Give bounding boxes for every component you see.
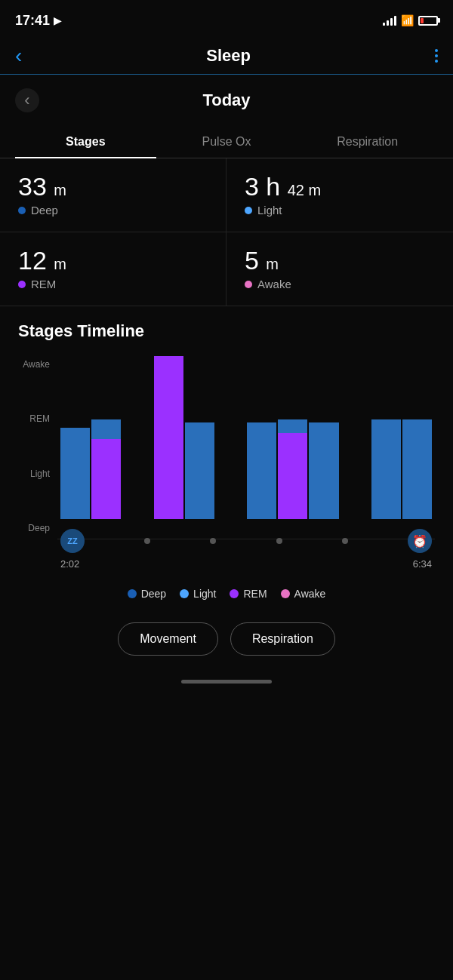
home-bar bbox=[181, 680, 272, 684]
bar-4 bbox=[154, 353, 183, 519]
x-tick-3 bbox=[276, 538, 282, 544]
tab-respiration[interactable]: Respiration bbox=[297, 126, 438, 158]
legend-awake-label: Awake bbox=[294, 588, 326, 600]
location-icon: ▶ bbox=[54, 15, 61, 26]
movement-button[interactable]: Movement bbox=[118, 622, 218, 656]
chart-bars bbox=[57, 353, 435, 519]
bar-purple-8 bbox=[278, 433, 307, 519]
battery-icon bbox=[418, 16, 438, 26]
current-date-label: Today bbox=[54, 91, 399, 110]
stat-deep-value: 33 m bbox=[18, 174, 208, 199]
deep-dot-icon bbox=[18, 207, 26, 214]
dot-menu-icon bbox=[435, 54, 438, 57]
stat-rem-label: REM bbox=[18, 278, 208, 290]
awake-dot-icon bbox=[245, 281, 252, 288]
bar-6 bbox=[216, 353, 245, 519]
legend-rem-label: REM bbox=[243, 588, 267, 600]
legend-rem-dot bbox=[230, 589, 239, 598]
bar-blue-7 bbox=[247, 422, 276, 519]
page-title: Sleep bbox=[206, 46, 251, 66]
stat-light: 3 h 42 m Light bbox=[226, 158, 453, 232]
legend-light-dot bbox=[180, 589, 189, 598]
bar-10 bbox=[341, 353, 370, 519]
legend-awake: Awake bbox=[281, 588, 326, 600]
chart-legend: Deep Light REM Awake bbox=[0, 577, 453, 610]
stat-deep: 33 m Deep bbox=[0, 158, 226, 232]
stat-awake-value: 5 m bbox=[245, 247, 435, 273]
home-indicator bbox=[0, 674, 453, 696]
legend-deep-dot bbox=[128, 589, 137, 598]
x-time-start: 2:02 bbox=[60, 558, 79, 570]
bar-purple-4 bbox=[154, 356, 183, 519]
x-time-end: 6:34 bbox=[413, 558, 432, 570]
x-tick-4 bbox=[342, 538, 348, 544]
bar-3 bbox=[122, 353, 152, 519]
bar-12 bbox=[402, 353, 432, 519]
bar-blue-5 bbox=[185, 422, 214, 519]
status-time: 17:41 ▶ bbox=[15, 13, 61, 29]
rem-dot-icon bbox=[18, 281, 26, 288]
legend-awake-dot bbox=[281, 589, 290, 598]
bar-5 bbox=[185, 353, 214, 519]
bar-blue-12 bbox=[402, 419, 432, 519]
wifi-icon: 📶 bbox=[401, 14, 414, 26]
stat-awake: 5 m Awake bbox=[226, 232, 453, 306]
legend-deep: Deep bbox=[128, 588, 166, 600]
y-label-awake: Awake bbox=[18, 359, 56, 370]
timeline-section: Stages Timeline Awake REM Light Deep bbox=[0, 306, 453, 577]
tab-stages[interactable]: Stages bbox=[15, 126, 156, 158]
chart-x-axis: ZZ ⏰ bbox=[57, 519, 435, 557]
stat-rem: 12 m REM bbox=[0, 232, 226, 306]
bar-blue-11 bbox=[371, 419, 401, 519]
status-bar: 17:41 ▶ 📶 bbox=[0, 0, 453, 38]
dot-menu-icon bbox=[435, 49, 438, 52]
y-label-light: Light bbox=[18, 468, 56, 479]
y-label-rem: REM bbox=[18, 413, 56, 424]
respiration-button[interactable]: Respiration bbox=[230, 622, 335, 656]
sleep-end-icon: ⏰ bbox=[408, 529, 432, 553]
x-tick-2 bbox=[210, 538, 216, 544]
legend-light: Light bbox=[180, 588, 216, 600]
chart-y-axis: Awake REM Light Deep bbox=[18, 353, 56, 539]
y-label-deep: Deep bbox=[18, 523, 56, 533]
bar-blue-1 bbox=[60, 428, 90, 519]
stat-light-value: 3 h 42 m bbox=[245, 174, 435, 199]
timeline-title: Stages Timeline bbox=[18, 321, 435, 341]
stats-grid: 33 m Deep 3 h 42 m Light 12 m REM 5 m bbox=[0, 158, 453, 306]
bottom-buttons: Movement Respiration bbox=[0, 610, 453, 674]
tabs-bar: Stages Pulse Ox Respiration bbox=[0, 126, 453, 158]
bar-8 bbox=[278, 353, 307, 519]
bar-7 bbox=[247, 353, 276, 519]
signal-bars-icon bbox=[383, 15, 396, 26]
bar-1 bbox=[60, 353, 90, 519]
legend-rem: REM bbox=[230, 588, 267, 600]
stat-awake-label: Awake bbox=[245, 278, 435, 290]
bar-9 bbox=[309, 353, 338, 519]
x-tick-1 bbox=[144, 538, 150, 544]
more-menu-button[interactable] bbox=[435, 49, 438, 63]
prev-date-button[interactable]: ‹ bbox=[15, 88, 39, 112]
bar-11 bbox=[371, 353, 401, 519]
back-button[interactable]: ‹ bbox=[15, 44, 22, 68]
stat-deep-label: Deep bbox=[18, 204, 208, 217]
bar-blue-9 bbox=[309, 422, 338, 519]
stat-rem-value: 12 m bbox=[18, 247, 208, 273]
date-row: ‹ Today bbox=[0, 75, 453, 126]
light-dot-icon bbox=[245, 207, 252, 214]
chart-container: Awake REM Light Deep bbox=[18, 353, 435, 570]
nav-bar: ‹ Sleep bbox=[0, 38, 453, 75]
sleep-start-icon: ZZ bbox=[60, 529, 85, 553]
bar-purple-2 bbox=[91, 439, 121, 519]
time-text: 17:41 bbox=[15, 13, 50, 29]
legend-deep-label: Deep bbox=[141, 588, 166, 600]
stat-light-label: Light bbox=[245, 204, 435, 217]
bar-2 bbox=[91, 353, 121, 519]
x-time-labels: 2:02 6:34 bbox=[57, 558, 435, 570]
status-icons: 📶 bbox=[383, 14, 438, 26]
chart-plot-area: ZZ ⏰ 2:02 6:34 bbox=[57, 353, 435, 570]
tab-pulseox[interactable]: Pulse Ox bbox=[156, 126, 297, 158]
dot-menu-icon bbox=[435, 60, 438, 63]
legend-light-label: Light bbox=[193, 588, 216, 600]
